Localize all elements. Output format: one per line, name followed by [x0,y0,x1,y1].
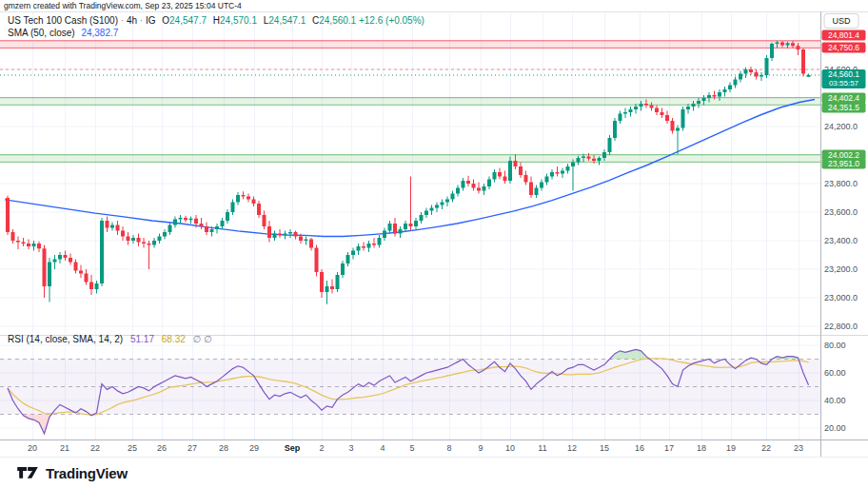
ribbon-text: gmzern created with TradingView.com, Sep… [4,1,242,10]
svg-text:80.00: 80.00 [824,341,846,350]
svg-text:10: 10 [505,443,515,453]
high-label: H [213,15,220,26]
sma-line[interactable] [5,100,815,237]
svg-text:3: 3 [348,443,353,453]
svg-text:27: 27 [187,443,197,453]
last-price-badge: 24,560.103:55:57 [822,69,866,88]
svg-text:16: 16 [635,443,644,453]
svg-text:25: 25 [128,443,137,453]
svg-text:23,200.0: 23,200.0 [824,264,858,274]
svg-text:4: 4 [380,443,385,453]
svg-text:17: 17 [664,443,674,453]
chart-canvas[interactable]: 24,600.024,200.023,800.023,600.023,400.0… [0,0,868,488]
svg-text:9: 9 [478,443,483,453]
tradingview-logo-icon [17,465,40,481]
currency-button[interactable]: USD [824,14,858,29]
sma-value: 24,382.7 [81,28,118,38]
svg-text:24,351.5: 24,351.5 [828,103,859,112]
svg-text:22,800.0: 22,800.0 [824,322,858,331]
svg-text:22: 22 [761,443,771,453]
svg-text:19: 19 [726,443,736,453]
svg-text:15: 15 [600,443,609,453]
svg-text:03:55:57: 03:55:57 [829,79,859,88]
svg-text:24,801.4: 24,801.4 [828,30,859,40]
svg-text:20.00: 20.00 [824,423,846,433]
low-value: 24,547.1 [268,15,306,26]
svg-text:23,951.0: 23,951.0 [828,159,859,168]
svg-text:24,402.4: 24,402.4 [828,93,859,103]
candles-layer [6,41,811,304]
svg-text:Sep: Sep [285,443,301,453]
change-value: +12.6 (+0.05%) [359,15,424,26]
symbol-legend-row: US Tech 100 Cash (S100) · 4h · IG O24,54… [8,14,424,27]
price-level-badge: 23,951.0 [822,159,866,169]
tradingview-logo[interactable]: TradingView [17,465,128,481]
symbol-title[interactable]: US Tech 100 Cash (S100) [8,15,118,26]
svg-text:40.00: 40.00 [824,396,846,405]
svg-text:8: 8 [446,443,451,453]
price-level-badge: 24,801.4 [822,30,866,41]
price-level-badge: 24,750.6 [822,43,866,53]
svg-text:21: 21 [60,443,69,453]
source-label: IG [146,15,156,26]
svg-text:USD: USD [832,16,851,26]
svg-text:23,600.0: 23,600.0 [824,207,858,217]
rsi-ma-value: 68.32 [162,334,186,344]
tradingview-logo-text: TradingView [46,465,128,481]
svg-text:23,400.0: 23,400.0 [824,236,858,245]
time-axis[interactable]: 2021222526272829Sep234589101112151617181… [28,443,803,453]
svg-text:28: 28 [219,443,228,453]
snapshot-ribbon: gmzern created with TradingView.com, Sep… [0,0,868,11]
price-level-badge: 24,351.5 [822,103,866,113]
svg-text:2: 2 [319,443,324,453]
high-value: 24,570.1 [220,15,257,26]
footer-bar: TradingView [0,457,868,488]
rsi-null-values: ∅ ∅ [193,334,212,344]
svg-text:20: 20 [28,443,37,453]
rsi-label: RSI (14, close, SMA, 14, 2) [8,334,123,344]
sma-legend-row[interactable]: SMA (50, close) 24,382.7 [8,27,424,39]
svg-text:29: 29 [249,443,259,453]
rsi-value: 51.17 [130,334,154,344]
svg-text:24,200.0: 24,200.0 [824,122,858,131]
svg-text:24,560.1: 24,560.1 [828,69,859,79]
open-label: O [162,15,169,26]
open-value: 24,547.7 [169,15,207,26]
price-axis[interactable]: 24,600.024,200.023,800.023,600.023,400.0… [822,14,866,434]
interval-label[interactable]: 4h [127,15,137,26]
svg-text:18: 18 [697,443,706,453]
svg-text:11: 11 [538,443,546,453]
svg-text:23,000.0: 23,000.0 [824,293,858,303]
svg-text:23,800.0: 23,800.0 [824,179,858,188]
svg-text:26: 26 [157,443,167,453]
symbol-legend[interactable]: US Tech 100 Cash (S100) · 4h · IG O24,54… [8,14,424,39]
sma-label: SMA (50, close) [8,28,75,38]
svg-text:60.00: 60.00 [824,368,846,378]
svg-text:12: 12 [567,443,577,453]
svg-text:24,750.6: 24,750.6 [828,43,859,52]
price-level-badge: 24,402.4 [822,93,866,104]
svg-text:23: 23 [794,443,803,453]
svg-text:22: 22 [90,443,100,453]
close-value: 24,560.1 [319,15,356,26]
rsi-indicator-legend[interactable]: RSI (14, close, SMA, 14, 2) 51.17 68.32 … [8,333,212,345]
svg-text:5: 5 [409,443,414,453]
